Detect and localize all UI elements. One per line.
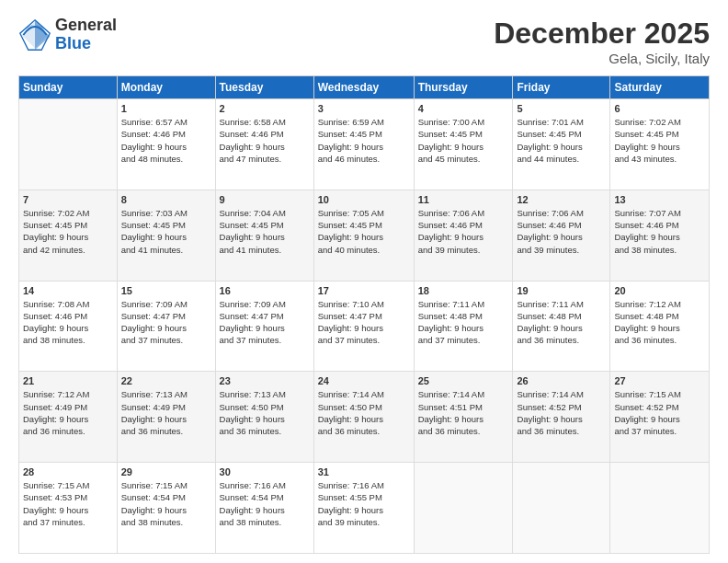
day-number: 19 [517, 285, 606, 296]
header-tuesday: Tuesday [215, 76, 313, 99]
table-row: 4Sunrise: 7:00 AM Sunset: 4:45 PM Daylig… [414, 99, 513, 190]
day-info: Sunrise: 7:14 AM Sunset: 4:50 PM Dayligh… [318, 388, 410, 437]
table-row: 27Sunrise: 7:15 AM Sunset: 4:52 PM Dayli… [610, 372, 710, 463]
table-row [414, 463, 513, 554]
day-info: Sunrise: 7:00 AM Sunset: 4:45 PM Dayligh… [418, 116, 509, 165]
day-number: 8 [121, 194, 211, 205]
day-info: Sunrise: 7:11 AM Sunset: 4:48 PM Dayligh… [418, 298, 509, 347]
day-info: Sunrise: 7:06 AM Sunset: 4:46 PM Dayligh… [418, 207, 509, 256]
table-row: 6Sunrise: 7:02 AM Sunset: 4:45 PM Daylig… [610, 99, 710, 190]
logo-blue-label: Blue [55, 35, 117, 53]
table-row: 21Sunrise: 7:12 AM Sunset: 4:49 PM Dayli… [19, 372, 118, 463]
table-row: 8Sunrise: 7:03 AM Sunset: 4:45 PM Daylig… [117, 190, 215, 281]
day-number: 13 [614, 194, 705, 205]
day-info: Sunrise: 7:03 AM Sunset: 4:45 PM Dayligh… [121, 207, 211, 256]
day-number: 12 [517, 194, 606, 205]
logo-text: General Blue [55, 17, 117, 53]
day-number: 23 [220, 375, 310, 386]
day-info: Sunrise: 7:11 AM Sunset: 4:48 PM Dayligh… [517, 298, 606, 347]
day-info: Sunrise: 6:57 AM Sunset: 4:46 PM Dayligh… [121, 116, 211, 165]
table-row: 18Sunrise: 7:11 AM Sunset: 4:48 PM Dayli… [414, 281, 513, 372]
day-info: Sunrise: 7:01 AM Sunset: 4:45 PM Dayligh… [517, 116, 606, 165]
header-thursday: Thursday [414, 76, 513, 99]
day-number: 11 [418, 194, 509, 205]
table-row: 28Sunrise: 7:15 AM Sunset: 4:53 PM Dayli… [19, 463, 118, 554]
table-row: 22Sunrise: 7:13 AM Sunset: 4:49 PM Dayli… [117, 372, 215, 463]
day-number: 25 [418, 375, 509, 386]
table-row: 30Sunrise: 7:16 AM Sunset: 4:54 PM Dayli… [215, 463, 313, 554]
table-row: 24Sunrise: 7:14 AM Sunset: 4:50 PM Dayli… [313, 372, 414, 463]
table-row: 5Sunrise: 7:01 AM Sunset: 4:45 PM Daylig… [513, 99, 610, 190]
table-row: 20Sunrise: 7:12 AM Sunset: 4:48 PM Dayli… [610, 281, 710, 372]
title-block: December 2025 Gela, Sicily, Italy [494, 17, 710, 66]
calendar-week-row: 7Sunrise: 7:02 AM Sunset: 4:45 PM Daylig… [19, 190, 710, 281]
day-info: Sunrise: 7:07 AM Sunset: 4:46 PM Dayligh… [614, 207, 705, 256]
page: General Blue December 2025 Gela, Sicily,… [0, 0, 728, 563]
table-row: 12Sunrise: 7:06 AM Sunset: 4:46 PM Dayli… [513, 190, 610, 281]
day-info: Sunrise: 7:14 AM Sunset: 4:51 PM Dayligh… [418, 388, 509, 437]
calendar-week-row: 21Sunrise: 7:12 AM Sunset: 4:49 PM Dayli… [19, 372, 710, 463]
header-friday: Friday [513, 76, 610, 99]
table-row: 16Sunrise: 7:09 AM Sunset: 4:47 PM Dayli… [215, 281, 313, 372]
table-row: 29Sunrise: 7:15 AM Sunset: 4:54 PM Dayli… [117, 463, 215, 554]
table-row: 23Sunrise: 7:13 AM Sunset: 4:50 PM Dayli… [215, 372, 313, 463]
calendar-title: December 2025 [494, 17, 710, 51]
logo: General Blue [18, 17, 117, 53]
day-number: 22 [121, 375, 211, 386]
day-info: Sunrise: 7:10 AM Sunset: 4:47 PM Dayligh… [318, 298, 410, 347]
table-row: 15Sunrise: 7:09 AM Sunset: 4:47 PM Dayli… [117, 281, 215, 372]
header: General Blue December 2025 Gela, Sicily,… [18, 17, 710, 66]
calendar-week-row: 28Sunrise: 7:15 AM Sunset: 4:53 PM Dayli… [19, 463, 710, 554]
day-number: 16 [220, 285, 310, 296]
day-info: Sunrise: 7:13 AM Sunset: 4:50 PM Dayligh… [220, 388, 310, 437]
day-number: 5 [517, 103, 606, 114]
table-row: 13Sunrise: 7:07 AM Sunset: 4:46 PM Dayli… [610, 190, 710, 281]
day-number: 28 [23, 466, 113, 477]
table-row: 25Sunrise: 7:14 AM Sunset: 4:51 PM Dayli… [414, 372, 513, 463]
day-number: 26 [517, 375, 606, 386]
day-info: Sunrise: 7:15 AM Sunset: 4:53 PM Dayligh… [23, 479, 113, 528]
day-number: 6 [614, 103, 705, 114]
day-number: 14 [23, 285, 113, 296]
day-info: Sunrise: 7:08 AM Sunset: 4:46 PM Dayligh… [23, 298, 113, 347]
table-row: 7Sunrise: 7:02 AM Sunset: 4:45 PM Daylig… [19, 190, 118, 281]
day-info: Sunrise: 7:13 AM Sunset: 4:49 PM Dayligh… [121, 388, 211, 437]
day-number: 2 [220, 103, 310, 114]
day-number: 21 [23, 375, 113, 386]
day-number: 3 [318, 103, 410, 114]
svg-marker-1 [35, 20, 50, 50]
day-info: Sunrise: 7:16 AM Sunset: 4:54 PM Dayligh… [220, 479, 310, 528]
day-info: Sunrise: 7:12 AM Sunset: 4:48 PM Dayligh… [614, 298, 705, 347]
table-row: 11Sunrise: 7:06 AM Sunset: 4:46 PM Dayli… [414, 190, 513, 281]
day-info: Sunrise: 7:09 AM Sunset: 4:47 PM Dayligh… [121, 298, 211, 347]
day-number: 18 [418, 285, 509, 296]
calendar-week-row: 14Sunrise: 7:08 AM Sunset: 4:46 PM Dayli… [19, 281, 710, 372]
table-row: 19Sunrise: 7:11 AM Sunset: 4:48 PM Dayli… [513, 281, 610, 372]
table-row [19, 99, 118, 190]
day-number: 9 [220, 194, 310, 205]
calendar-week-row: 1Sunrise: 6:57 AM Sunset: 4:46 PM Daylig… [19, 99, 710, 190]
logo-icon [18, 18, 51, 52]
header-sunday: Sunday [19, 76, 118, 99]
day-number: 20 [614, 285, 705, 296]
day-number: 17 [318, 285, 410, 296]
table-row: 3Sunrise: 6:59 AM Sunset: 4:45 PM Daylig… [313, 99, 414, 190]
day-info: Sunrise: 7:14 AM Sunset: 4:52 PM Dayligh… [517, 388, 606, 437]
day-info: Sunrise: 7:15 AM Sunset: 4:52 PM Dayligh… [614, 388, 705, 437]
calendar-subtitle: Gela, Sicily, Italy [494, 51, 710, 66]
day-info: Sunrise: 7:12 AM Sunset: 4:49 PM Dayligh… [23, 388, 113, 437]
logo-general-label: General [55, 17, 117, 35]
day-number: 1 [121, 103, 211, 114]
table-row: 2Sunrise: 6:58 AM Sunset: 4:46 PM Daylig… [215, 99, 313, 190]
table-row: 10Sunrise: 7:05 AM Sunset: 4:45 PM Dayli… [313, 190, 414, 281]
table-row [610, 463, 710, 554]
day-info: Sunrise: 6:58 AM Sunset: 4:46 PM Dayligh… [220, 116, 310, 165]
day-info: Sunrise: 7:05 AM Sunset: 4:45 PM Dayligh… [318, 207, 410, 256]
day-info: Sunrise: 6:59 AM Sunset: 4:45 PM Dayligh… [318, 116, 410, 165]
table-row: 31Sunrise: 7:16 AM Sunset: 4:55 PM Dayli… [313, 463, 414, 554]
day-info: Sunrise: 7:16 AM Sunset: 4:55 PM Dayligh… [318, 479, 410, 528]
day-number: 31 [318, 466, 410, 477]
header-monday: Monday [117, 76, 215, 99]
day-number: 4 [418, 103, 509, 114]
day-number: 15 [121, 285, 211, 296]
